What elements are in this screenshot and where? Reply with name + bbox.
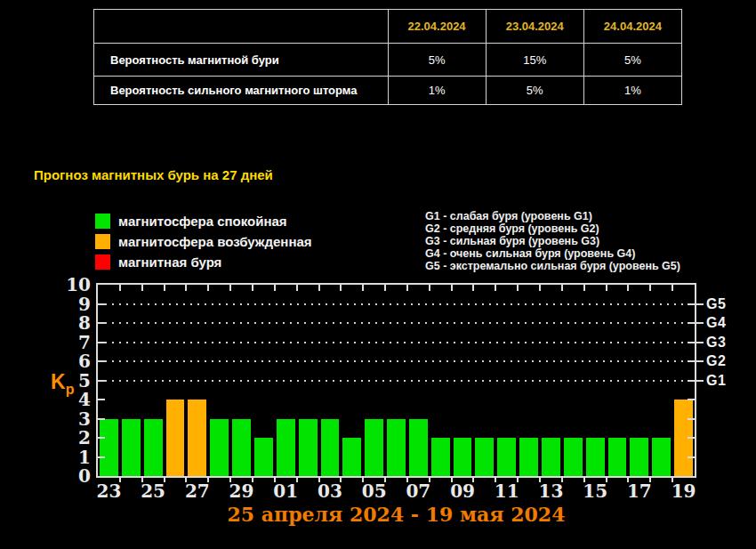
left-axis-tick [98, 360, 105, 362]
y-tick-label: 2 [50, 429, 91, 447]
top-axis-tick [340, 285, 342, 291]
left-axis-tick [98, 342, 105, 343]
x-tick-label: 13 [539, 482, 564, 500]
g-axis-label: G2 [706, 354, 726, 368]
right-inner-tick [688, 456, 695, 458]
right-axis-tick [696, 322, 704, 324]
left-axis-tick [98, 437, 105, 439]
chart-plot-area [96, 283, 696, 478]
right-axis-tick [696, 360, 704, 362]
kp-bar-16 [608, 438, 627, 476]
top-axis-tick [384, 285, 386, 291]
kp-bar-29 [232, 419, 251, 477]
kp-bar-26 [166, 400, 185, 476]
kp-bar-25 [144, 419, 163, 477]
kp-5-gridline [98, 380, 695, 382]
x-tick-label: 25 [141, 482, 165, 500]
g-level-descriptions: G1 - слабая буря (уровень G1) G2 - средн… [425, 210, 680, 272]
top-axis-tick [119, 285, 121, 291]
legend-label: магнитосфера спокойная [118, 214, 287, 229]
legend-label: магнитная буря [118, 254, 221, 270]
quiet-color-swatch-icon [95, 214, 110, 229]
top-axis-tick [606, 285, 607, 291]
top-axis-tick [649, 285, 651, 291]
top-axis-tick [672, 285, 673, 291]
x-tick-label: 11 [495, 482, 519, 500]
top-axis-tick [627, 285, 629, 291]
kp-bar-04 [342, 438, 361, 476]
table-value-cell: 1% [583, 77, 681, 105]
table-row-label: Вероятность сильного магнитного шторма [94, 77, 389, 105]
top-axis-tick [141, 285, 143, 291]
x-tick-label: 15 [583, 482, 607, 500]
kp-bar-12 [519, 438, 538, 476]
kp-bar-13 [542, 438, 560, 476]
table-value-cell: 5% [583, 44, 681, 77]
x-tick-label: 29 [229, 482, 254, 500]
kp-bar-17 [630, 438, 648, 476]
g-axis-label: G3 [706, 335, 726, 350]
top-axis-tick [495, 285, 496, 291]
y-tick-label: 10 [50, 276, 91, 294]
y-tick-label: 4 [50, 391, 91, 408]
left-axis-tick [98, 303, 105, 305]
kp-7-gridline [98, 342, 695, 343]
y-tick-label: 0 [50, 467, 91, 485]
kp-bar-23 [100, 419, 118, 477]
table-corner-cell [94, 10, 389, 44]
top-axis-tick [362, 285, 364, 291]
right-axis-tick [696, 380, 704, 382]
date-range-label: 25 апреля 2024 - 19 мая 2024 [96, 503, 696, 526]
x-tick-label: 23 [97, 482, 122, 500]
right-inner-tick [688, 418, 695, 420]
y-tick-label: 7 [50, 334, 91, 351]
kp-bar-06 [387, 419, 406, 477]
x-tick-label: 07 [406, 482, 430, 500]
table-value-cell: 1% [388, 77, 486, 105]
x-tick-label: 03 [318, 482, 342, 500]
kp-bar-03 [321, 419, 340, 477]
left-axis-tick [98, 380, 105, 382]
g-level-item: G1 - слабая буря (уровень G1) [425, 210, 680, 222]
right-inner-tick [688, 360, 695, 362]
kp-bar-07 [409, 419, 428, 477]
x-tick-label: 05 [362, 482, 387, 500]
top-axis-tick [472, 285, 474, 291]
kp-bar-14 [564, 438, 583, 476]
right-inner-tick [688, 322, 695, 324]
top-axis-tick [274, 285, 276, 291]
chart-legend: магнитосфера спокойная магнитосфера возб… [95, 211, 312, 272]
y-tick-label: 8 [50, 314, 91, 332]
legend-item-storm: магнитная буря [95, 252, 312, 272]
kp-bar-24 [122, 419, 141, 477]
top-axis-tick [252, 285, 253, 291]
top-axis-tick [318, 285, 320, 291]
x-tick-label: 27 [185, 482, 210, 500]
g-axis-label: G5 [706, 297, 726, 311]
kp-6-gridline [98, 360, 695, 362]
top-axis-tick [185, 285, 187, 291]
top-axis-tick [164, 285, 165, 291]
kp-bar-15 [586, 438, 605, 476]
right-inner-tick [688, 342, 695, 343]
y-tick-label: 1 [50, 448, 91, 466]
left-axis-tick [98, 322, 105, 324]
top-axis-tick [207, 285, 209, 291]
right-inner-tick [688, 303, 695, 305]
kp-bar-11 [497, 438, 516, 476]
kp-bar-01 [277, 419, 295, 477]
legend-item-excited: магнитосфера возбужденная [95, 231, 312, 252]
kp-bar-18 [652, 438, 671, 476]
x-tick-label: 01 [273, 482, 298, 500]
kp-bar-10 [475, 438, 494, 476]
probability-table: 22.04.2024 23.04.2024 24.04.2024 Вероятн… [93, 9, 682, 105]
left-axis-tick [98, 456, 105, 458]
top-axis-tick [539, 285, 541, 291]
right-axis-tick [696, 342, 704, 343]
legend-label: магнитосфера возбужденная [118, 234, 312, 249]
g-level-item: G5 - экстремально сильная буря (уровень … [425, 260, 680, 272]
top-axis-tick [517, 285, 519, 291]
page: 22.04.2024 23.04.2024 24.04.2024 Вероятн… [0, 0, 756, 549]
left-axis-tick [98, 418, 105, 420]
kp-bar-30 [254, 438, 273, 476]
